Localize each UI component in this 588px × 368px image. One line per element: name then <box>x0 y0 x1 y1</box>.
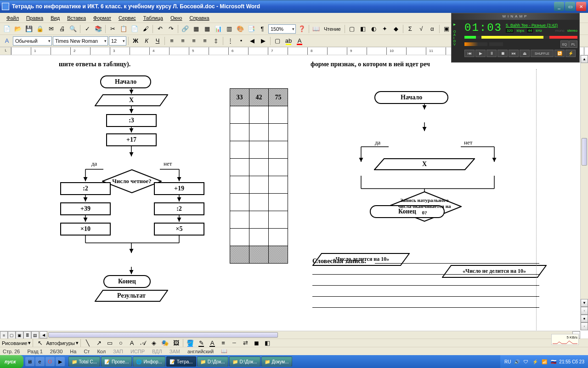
menu-file[interactable]: Файл <box>3 14 23 22</box>
winamp-prev-icon[interactable]: ⏮ <box>464 50 475 57</box>
menu-table[interactable]: Таблица <box>140 14 167 22</box>
open-icon[interactable]: 📂 <box>13 24 23 34</box>
menu-edit[interactable]: Правка <box>23 14 47 22</box>
winamp-pause-icon[interactable]: ⏸ <box>486 50 497 57</box>
columns-icon[interactable]: ▥ <box>224 24 234 34</box>
menu-service[interactable]: Сервис <box>115 14 140 22</box>
new-doc-icon[interactable]: 📄 <box>2 24 12 34</box>
maximize-button[interactable]: ▭ <box>565 2 575 11</box>
formatpainter-icon[interactable]: 🖌 <box>141 24 151 34</box>
align-right-icon[interactable]: ≡ <box>189 36 199 46</box>
minimize-button[interactable]: _ <box>554 2 564 11</box>
outline-view-icon[interactable]: ≣ <box>23 331 31 339</box>
ext6-icon[interactable]: ▣ <box>441 24 452 34</box>
drawing-icon[interactable]: 🎨 <box>235 24 245 34</box>
tablesborders-icon[interactable]: ▦ <box>191 24 201 34</box>
winamp-volume[interactable] <box>464 42 487 46</box>
task-0[interactable]: 📁Total C... <box>68 356 100 367</box>
ql-opera-icon[interactable]: O <box>45 357 55 366</box>
permissions-icon[interactable]: 🔒 <box>35 24 45 34</box>
winamp-eject-icon[interactable]: ⏏ <box>520 50 530 57</box>
status-spell-icon[interactable]: 📖 <box>221 348 227 354</box>
winamp-title[interactable]: WINAMP <box>452 13 579 20</box>
align-left-icon[interactable]: ≡ <box>167 36 177 46</box>
document-area[interactable]: шите ответы в таблицу). форме признак, о… <box>0 55 588 339</box>
task-4[interactable]: 📁D:\Док... <box>197 356 228 367</box>
winamp-window[interactable]: WINAMP ▸ OAIDV 01:03 5. Bahh Tee - Разны… <box>451 13 580 63</box>
linespacing-icon[interactable]: ‡ <box>211 36 221 46</box>
ext5-icon[interactable]: ◆ <box>391 24 401 34</box>
underline-icon[interactable]: Ч <box>153 36 163 46</box>
winamp-shuffle-button[interactable]: SHUFFLE <box>531 50 554 57</box>
spellcheck-icon[interactable]: ✓ <box>82 24 92 34</box>
winamp-repeat-icon[interactable]: 🔁 <box>554 50 565 57</box>
prev-page-icon[interactable]: ◦ <box>581 307 588 315</box>
save-icon[interactable]: 💾 <box>24 24 34 34</box>
fontcolor-icon[interactable]: A <box>294 36 305 46</box>
task-3[interactable]: 📝Тетра... <box>166 356 196 367</box>
align-justify-icon[interactable]: ≡ <box>200 36 210 46</box>
winamp-stop-icon[interactable]: ⏹ <box>498 50 508 57</box>
reading-icon[interactable]: 📖 <box>311 24 321 34</box>
ext2-icon[interactable]: ◧ <box>358 24 368 34</box>
winamp-pl-button[interactable]: PL <box>569 40 577 48</box>
size-combo[interactable]: 12 <box>109 36 126 46</box>
menu-help[interactable]: Справка <box>186 14 213 22</box>
showhide-icon[interactable]: ¶ <box>257 24 267 34</box>
print-icon[interactable]: 🖨 <box>57 24 67 34</box>
font-combo[interactable]: Times New Roman <box>53 36 108 46</box>
scroll-thumb-h[interactable] <box>48 332 278 338</box>
indent-icon[interactable]: ▶ <box>258 36 268 46</box>
status-lang[interactable]: английский <box>187 349 214 354</box>
tray-icon1[interactable]: 🔊 <box>513 358 520 365</box>
ql-app-icon[interactable]: ▶ <box>56 357 65 366</box>
close-button[interactable]: ✕ <box>576 2 586 11</box>
email-icon[interactable]: ✉ <box>46 24 56 34</box>
tab-selector[interactable]: └ <box>0 47 11 55</box>
winamp-about-icon[interactable]: ⚡ <box>565 50 576 57</box>
next-page-icon[interactable]: ◦ <box>581 322 588 330</box>
scroll-left-icon[interactable]: ◀ <box>40 331 47 339</box>
browse-object-icon[interactable]: ● <box>581 315 588 322</box>
undo-icon[interactable]: ↶ <box>155 24 165 34</box>
math2-icon[interactable]: √ <box>416 24 426 34</box>
task-1[interactable]: 📝Прове... <box>101 356 132 367</box>
research-icon[interactable]: 📚 <box>93 24 103 34</box>
reading-label[interactable]: Чтение <box>322 26 343 32</box>
bold-icon[interactable]: Ж <box>130 36 141 46</box>
winamp-balance[interactable] <box>489 42 503 46</box>
normal-view-icon[interactable]: ≡ <box>0 331 8 339</box>
winamp-play-icon[interactable]: ▶ <box>475 50 486 57</box>
winamp-eq-button[interactable]: EQ <box>560 40 569 48</box>
redo-icon[interactable]: ↷ <box>166 24 176 34</box>
menu-view[interactable]: Вид <box>47 14 63 22</box>
scroll-down-icon[interactable]: ▼ <box>581 299 588 307</box>
scrollbar-horizontal[interactable]: ◀ ▶ <box>40 331 580 339</box>
tray-clock[interactable]: 21:55 Сб 23 <box>559 359 584 364</box>
hyperlink-icon[interactable]: 🔗 <box>180 24 190 34</box>
preview-icon[interactable]: 🔍 <box>68 24 78 34</box>
ql-ie-icon[interactable]: e <box>35 357 45 366</box>
bullets-icon[interactable]: • <box>236 36 246 46</box>
docmap-icon[interactable]: 📑 <box>246 24 256 34</box>
tray-lang[interactable]: RU <box>504 358 511 365</box>
paste-icon[interactable]: 📄 <box>130 24 140 34</box>
help-icon[interactable]: ❓ <box>297 24 307 34</box>
tray-flag-icon[interactable]: 🇷🇺 <box>550 358 557 365</box>
zoom-combo[interactable]: 150% <box>268 24 296 34</box>
print-view-icon[interactable]: ▣ <box>16 331 23 339</box>
inserttable-icon[interactable]: ▦ <box>202 24 212 34</box>
numbering-icon[interactable]: ⋮ <box>225 36 235 46</box>
scrollbar-vertical[interactable]: ▲ ▼ ◦ ● ◦ <box>580 55 588 330</box>
italic-icon[interactable]: К <box>141 36 152 46</box>
cut-icon[interactable]: ✂ <box>107 24 118 34</box>
align-center-icon[interactable]: ≡ <box>178 36 188 46</box>
ext4-icon[interactable]: ✦ <box>380 24 390 34</box>
ext3-icon[interactable]: ◐ <box>369 24 379 34</box>
scroll-thumb-v[interactable] <box>582 138 587 166</box>
menu-insert[interactable]: Вставка <box>63 14 90 22</box>
ext1-icon[interactable]: ▢ <box>347 24 357 34</box>
tray-icon4[interactable]: 📶 <box>541 358 548 365</box>
winamp-track[interactable]: 5. Bahh Tee - Разные (3:42) <box>506 23 577 28</box>
menu-format[interactable]: Формат <box>90 14 115 22</box>
